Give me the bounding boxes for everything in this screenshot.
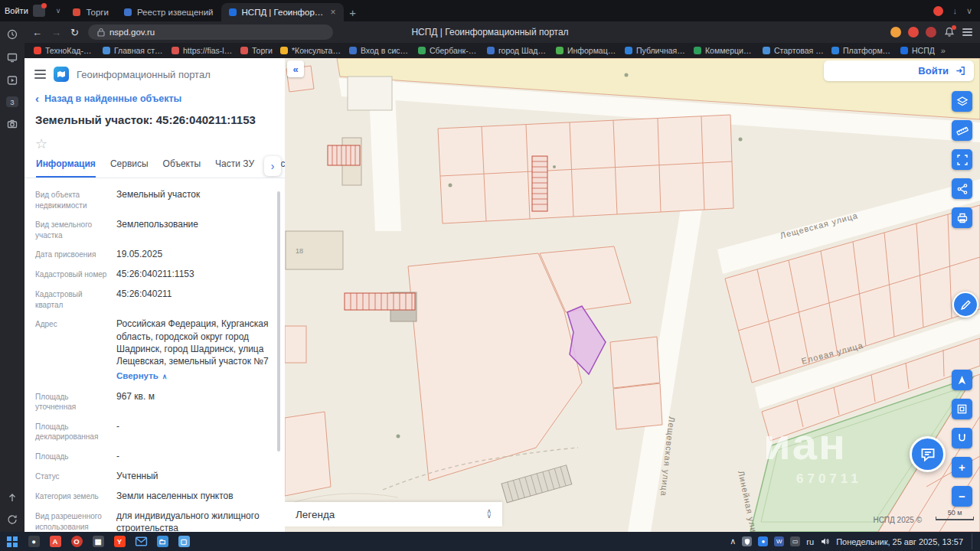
- tab-close-icon[interactable]: ×: [331, 7, 336, 18]
- bookmark[interactable]: НСПД: [897, 46, 938, 55]
- zoom-in-button[interactable]: +: [952, 457, 972, 478]
- tray-expand-icon[interactable]: ∧: [730, 536, 736, 546]
- object-info-panel: Геоинформационный портал ‹ Назад в найде…: [24, 58, 285, 532]
- back-button[interactable]: ←: [32, 27, 42, 38]
- tab-nspd-active[interactable]: НСПД | Геоинформац... ×: [221, 3, 344, 21]
- bookmark[interactable]: ТехноКад-Муниц: [31, 46, 98, 55]
- map-viewport[interactable]: Лещевская улица Еловая улица Лещевская у…: [285, 58, 980, 532]
- forward-button[interactable]: →: [51, 27, 61, 38]
- extension-icon[interactable]: [890, 27, 901, 37]
- attributes-list: Вид объекта недвижимостиЗемельный участо…: [24, 178, 285, 532]
- tab-information[interactable]: Информация: [36, 158, 96, 178]
- browser-profile-icon[interactable]: [33, 5, 45, 17]
- back-to-results-link[interactable]: ‹ Назад в найденные объекты: [24, 86, 285, 106]
- video-icon[interactable]: [6, 73, 19, 86]
- pin-panel-icon[interactable]: [6, 491, 19, 504]
- tab-parts[interactable]: Части ЗУ: [215, 158, 254, 178]
- bookmark[interactable]: Коммерция МО.: [691, 46, 758, 55]
- tray-word-icon[interactable]: W: [774, 536, 784, 546]
- legend-expand-icon[interactable]: ∧∨: [486, 510, 492, 518]
- taskbar-app-explorer[interactable]: 🗀: [153, 533, 172, 549]
- tab-services[interactable]: Сервисы: [110, 158, 149, 178]
- bookmark[interactable]: *КонсультантПлю: [277, 46, 345, 55]
- draw-tool-button[interactable]: [952, 292, 978, 318]
- reload-button[interactable]: ↻: [70, 27, 79, 38]
- favorite-star-icon[interactable]: ☆: [24, 126, 285, 154]
- bookmark[interactable]: Публичная кадас: [622, 46, 689, 55]
- tray-display-icon[interactable]: ▭: [790, 536, 800, 546]
- screen: Войти ∨ Торги Реестр извещений НСПД | Ге…: [0, 0, 980, 551]
- tabs-panel-icon[interactable]: [6, 51, 19, 64]
- start-button[interactable]: [3, 533, 21, 549]
- bookmark[interactable]: Вход в систему З: [346, 46, 413, 55]
- bookmark-favicon: [418, 47, 426, 54]
- tray-cloud-icon[interactable]: ●: [758, 536, 768, 546]
- notifications-count-badge[interactable]: 3: [6, 96, 18, 107]
- bookmark[interactable]: город Шадринск: [484, 46, 551, 55]
- panel-scrollbar[interactable]: [277, 191, 280, 452]
- tab-torgi[interactable]: Торги: [65, 3, 116, 21]
- new-tab-button[interactable]: +: [344, 3, 362, 21]
- downloads-icon[interactable]: ↓: [952, 6, 957, 15]
- field-row-address: Адрес Российская Федерация, Курганская о…: [35, 318, 274, 382]
- bookmarks-overflow-icon[interactable]: »: [941, 46, 946, 55]
- taskbar-app-red[interactable]: А: [46, 533, 64, 549]
- bookmark[interactable]: Платформа госу: [828, 46, 896, 55]
- collections-icon[interactable]: ∨: [966, 6, 972, 16]
- tabs-scroll-right-button[interactable]: ›: [264, 156, 281, 176]
- notifications-badge[interactable]: [933, 6, 943, 16]
- taskbar-app-yandex[interactable]: Y: [110, 533, 129, 549]
- bookmark[interactable]: Торги: [237, 46, 276, 55]
- bookmark-favicon: [556, 47, 564, 54]
- taskbar-app-tools[interactable]: ▦: [89, 533, 107, 549]
- map-login-button[interactable]: Войти: [824, 60, 974, 81]
- tab-objects[interactable]: Объекты: [163, 158, 201, 178]
- alerts-bell-icon[interactable]: [943, 26, 956, 38]
- screenshot-camera-icon[interactable]: [6, 117, 19, 130]
- portal-menu-icon[interactable]: [34, 73, 46, 75]
- bookmark[interactable]: Стартовая стран: [760, 46, 827, 55]
- bookmark-favicon: [625, 47, 632, 54]
- pinned-tab-login[interactable]: Войти: [5, 5, 45, 17]
- print-button[interactable]: [952, 207, 972, 228]
- share-button[interactable]: [952, 178, 972, 199]
- garage-strip-top: [532, 156, 547, 211]
- taskbar-app-browser[interactable]: O: [67, 533, 86, 549]
- history-icon[interactable]: [6, 28, 19, 41]
- tab-reestr[interactable]: Реестр извещений: [116, 3, 221, 21]
- layers-button[interactable]: [952, 91, 972, 112]
- bookmark[interactable]: Главная страниц: [100, 46, 167, 55]
- sync-icon[interactable]: [6, 513, 19, 526]
- collapse-address-link[interactable]: Свернуть ∧: [116, 370, 274, 383]
- snap-button[interactable]: [952, 428, 972, 448]
- taskbar-app-mail[interactable]: [132, 533, 150, 549]
- map-watermark-number: 670711: [796, 471, 862, 487]
- tab-dropdown-icon[interactable]: ∨: [56, 7, 61, 15]
- volume-icon[interactable]: [820, 536, 830, 546]
- clock-datetime[interactable]: Понедельник, 25 авг 2025, 13:57: [836, 537, 963, 546]
- extension-icon[interactable]: [908, 27, 919, 37]
- tray-shield-icon[interactable]: [742, 536, 752, 546]
- browser-menu-icon[interactable]: [962, 31, 972, 33]
- extension-icon[interactable]: [926, 27, 936, 37]
- language-indicator[interactable]: ru: [806, 537, 814, 546]
- select-area-button[interactable]: [952, 149, 972, 170]
- taskbar-app-search[interactable]: ●: [24, 533, 43, 549]
- chat-support-button[interactable]: [910, 436, 946, 472]
- url-field[interactable]: nspd.gov.ru: [88, 24, 333, 40]
- collapse-panel-button[interactable]: «: [287, 60, 304, 77]
- tab-title: Реестр извещений: [137, 8, 214, 17]
- taskbar-app-window[interactable]: ▢: [175, 533, 193, 549]
- locate-me-button[interactable]: [952, 370, 972, 390]
- bookmark[interactable]: Информация о р: [553, 46, 620, 55]
- extent-button[interactable]: [952, 399, 972, 419]
- measure-button[interactable]: [952, 120, 972, 141]
- zoom-out-button[interactable]: −: [952, 486, 972, 507]
- portal-title: Геоинформационный портал: [77, 69, 211, 80]
- cadastral-basemap[interactable]: Лещевская улица Еловая улица Лещевская у…: [285, 58, 980, 532]
- legend-bar[interactable]: Легенда ∧∨: [285, 502, 502, 527]
- bookmark[interactable]: https://fias-lk.nal: [168, 46, 236, 55]
- bookmark-favicon: [103, 47, 110, 54]
- bookmark[interactable]: Сбербанк-АСТ -: [415, 46, 482, 55]
- show-desktop-button[interactable]: [972, 533, 974, 549]
